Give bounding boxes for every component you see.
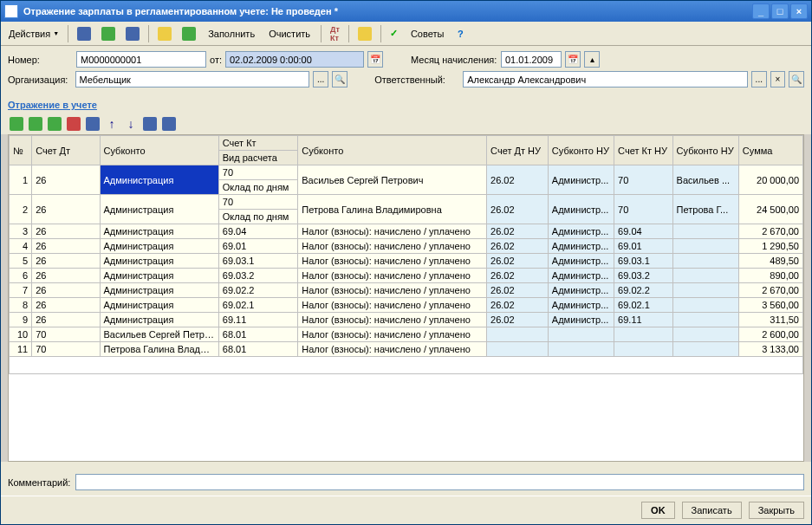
move-down-icon[interactable]: ↓ [122,115,140,133]
end-icon[interactable] [84,115,101,133]
col-vid[interactable]: Вид расчета [218,151,297,165]
maximize-button[interactable]: □ [771,3,789,19]
table-row[interactable]: 926Администрация69.11Налог (взносы): нач… [10,313,803,327]
col-n[interactable]: № [10,136,32,165]
org-input[interactable] [75,71,310,88]
from-label: от: [210,55,222,65]
table-row[interactable]: 1070Васильев Сергей Петров...68.01Налог … [10,327,803,342]
actions-menu[interactable]: Действия ▼ [4,24,63,43]
actions-label: Действия [9,29,50,39]
spin-up-icon[interactable]: ▴ [584,51,600,68]
col-sum[interactable]: Сумма [738,136,802,165]
sort-za-icon[interactable] [160,115,178,133]
chevron-down-icon: ▼ [53,30,59,36]
resp-label: Ответственный: [374,75,459,85]
table-row[interactable]: 226Администрация70Петрова Галина Владими… [10,195,803,210]
section-title: Отражение в учете [1,96,811,113]
copy-row-icon[interactable] [27,115,44,133]
table-row[interactable]: 726Администрация69.02.2Налог (взносы): н… [10,283,803,298]
table-row[interactable]: 526Администрация69.03.1Налог (взносы): н… [10,254,803,269]
comment-label: Комментарий: [8,477,70,488]
number-input[interactable] [76,51,206,68]
titlebar: Отражение зарплаты в регламентированном … [1,1,811,22]
settings-icon[interactable] [354,24,376,43]
col-dt[interactable]: Счет Дт [32,136,100,165]
post-icon[interactable] [153,24,176,43]
col-sub[interactable]: Субконто [100,136,218,165]
date-input[interactable] [225,51,364,68]
delete-row-icon[interactable] [65,115,82,133]
table-row[interactable]: 426Администрация69.01Налог (взносы): нач… [10,239,803,254]
grid-toolbar: ↑ ↓ [1,113,811,134]
dtkt-icon[interactable]: ДтКт [326,24,344,43]
refresh-icon[interactable] [97,24,120,43]
move-up-icon[interactable]: ↑ [103,115,120,133]
col-dtnu[interactable]: Счет Дт НУ [487,136,549,165]
calendar-icon[interactable]: 📅 [565,51,581,68]
edit-row-icon[interactable] [46,115,63,133]
month-label: Месяц начисления: [411,55,497,65]
search-icon[interactable]: 🔍 [789,71,804,88]
list-icon[interactable] [121,24,144,43]
save-button[interactable]: Записать [682,502,742,519]
col-subnu2[interactable]: Субконто НУ [672,136,738,165]
number-label: Номер: [8,55,73,65]
close-button[interactable]: Закрыть [749,502,804,519]
minimize-button[interactable]: _ [752,3,770,19]
resp-input[interactable] [463,71,748,88]
clear-button[interactable]: Очистить [263,24,316,43]
close-button[interactable]: × [790,3,808,19]
app-icon [4,4,18,18]
tips-button[interactable]: Советы [405,24,450,43]
table-row[interactable]: 826Администрация69.02.1Налог (взносы): н… [10,298,803,313]
sort-az-icon[interactable] [141,115,159,133]
org-label: Организация: [8,75,72,85]
table-row[interactable]: 126Администрация70Васильев Сергей Петров… [10,165,803,180]
col-ktnu[interactable]: Счет Кт НУ [614,136,673,165]
clear-icon[interactable]: × [770,71,786,88]
month-input[interactable] [501,51,562,68]
select-icon[interactable]: ... [751,71,767,88]
search-icon[interactable]: 🔍 [332,71,348,88]
table-row[interactable]: 626Администрация69.03.2Налог (взносы): н… [10,269,803,283]
tips-icon[interactable]: ✓ [386,24,403,43]
col-kt[interactable]: Счет Кт [218,136,297,151]
comment-input[interactable] [75,474,804,490]
select-icon[interactable]: ... [313,71,328,88]
main-toolbar: Действия ▼ Заполнить Очистить ДтКт ✓ Сов… [1,22,811,46]
table-row[interactable]: 1170Петрова Галина Владим...68.01Налог (… [10,342,803,357]
add-row-icon[interactable] [8,115,25,133]
data-grid[interactable]: № Счет Дт Субконто Счет Кт Субконто Счет… [8,134,804,462]
unpost-icon[interactable] [178,24,200,43]
table-row[interactable]: 326Администрация69.04Налог (взносы): нач… [10,224,803,239]
fill-button[interactable]: Заполнить [202,24,261,43]
help-icon[interactable]: ? [451,24,469,43]
calendar-icon[interactable]: 📅 [367,51,383,68]
back-icon[interactable] [73,24,95,43]
window-title: Отражение зарплаты в регламентированном … [23,6,752,16]
col-subnu[interactable]: Субконто НУ [548,136,614,165]
col-sub2[interactable]: Субконто [298,136,487,165]
ok-button[interactable]: OK [641,502,675,519]
